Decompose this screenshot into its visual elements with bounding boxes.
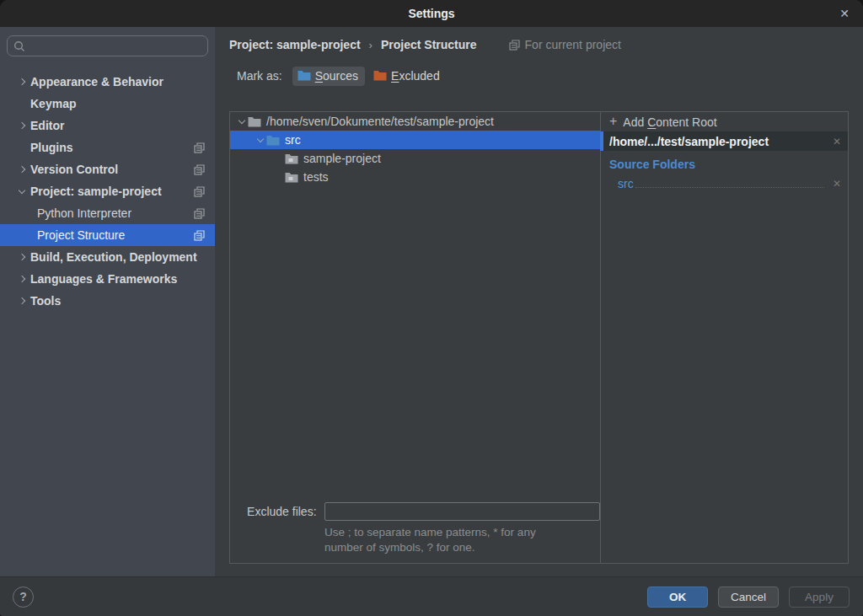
- titlebar: Settings ✕: [0, 0, 863, 27]
- search-icon: [13, 40, 25, 52]
- folder-gray-icon: [248, 116, 261, 127]
- tree-row-label: /home/sven/Dokumente/test/sample-project: [266, 115, 494, 128]
- chevron-right-icon[interactable]: [15, 298, 29, 303]
- sidebar-item-python-interpreter[interactable]: Python Interpreter: [0, 202, 215, 224]
- chevron-down-icon[interactable]: [235, 121, 248, 123]
- exclude-files-label: Exclude files:: [238, 505, 317, 518]
- breadcrumb: Project: sample-project › Project Struct…: [229, 32, 863, 57]
- tree-row-tests[interactable]: tests: [230, 168, 600, 186]
- sidebar-item-appearance-behavior[interactable]: Appearance & Behavior: [0, 71, 215, 93]
- sidebar-item-build-execution-deployment[interactable]: Build, Execution, Deployment: [0, 246, 215, 268]
- exclude-files-section: Exclude files: Use ; to separate name pa…: [230, 502, 600, 563]
- mark-as-toolbar: Mark as: Sources Excluded: [229, 61, 863, 91]
- ok-button[interactable]: OK: [647, 587, 708, 608]
- settings-nav: Appearance & BehaviorKeymapEditorPlugins…: [0, 71, 215, 312]
- sidebar-item-label: Version Control: [30, 163, 118, 176]
- sidebar-item-label: Keymap: [30, 97, 76, 110]
- apply-button[interactable]: Apply: [789, 587, 850, 608]
- sidebar-item-label: Python Interpreter: [37, 206, 131, 220]
- content-root-column: + Add Content Root /home/.../test/sample…: [601, 112, 848, 563]
- folder-blue-icon: [266, 135, 280, 146]
- folder-content-icon: [285, 153, 298, 164]
- sidebar-item-label: Languages & Frameworks: [30, 272, 177, 286]
- tree-row-src[interactable]: src: [230, 131, 600, 149]
- sidebar-item-label: Appearance & Behavior: [30, 75, 163, 88]
- settings-dialog: Settings ✕ Appearance & BehaviorKeymapEd…: [0, 0, 863, 616]
- folder-content-icon: [285, 172, 298, 183]
- content-tree-column: /home/sven/Dokumente/test/sample-project…: [230, 112, 601, 563]
- sidebar-item-editor[interactable]: Editor: [0, 115, 215, 137]
- sidebar-item-label: Editor: [30, 119, 64, 132]
- chevron-right-icon[interactable]: [15, 167, 29, 172]
- per-project-badge-icon: [194, 230, 205, 241]
- tree-row-home-sven-dokumente-test-sample-project[interactable]: /home/sven/Dokumente/test/sample-project: [230, 112, 600, 131]
- sidebar-item-label: Tools: [30, 294, 61, 308]
- breadcrumb-page: Project Structure: [381, 38, 477, 51]
- chevron-right-icon[interactable]: [15, 276, 29, 281]
- settings-sidebar: Appearance & BehaviorKeymapEditorPlugins…: [0, 27, 215, 576]
- chevron-right-icon[interactable]: [15, 79, 29, 84]
- content-root-tree: /home/sven/Dokumente/test/sample-project…: [230, 112, 600, 502]
- for-current-project-note: For current project: [509, 38, 621, 51]
- mark-as-label: Mark as:: [237, 69, 282, 83]
- settings-content: Project: sample-project › Project Struct…: [215, 27, 863, 576]
- close-icon[interactable]: ✕: [834, 0, 855, 27]
- source-folder-row[interactable]: src ✕: [601, 173, 848, 191]
- current-project-badge-icon: [509, 40, 520, 51]
- window-title: Settings: [408, 7, 454, 20]
- dialog-footer: ? OK Cancel Apply: [0, 576, 863, 616]
- source-folders-header: Source Folders: [609, 158, 848, 171]
- breadcrumb-project[interactable]: Project: sample-project: [229, 38, 361, 51]
- exclude-files-input[interactable]: [324, 502, 600, 521]
- sidebar-item-label: Project: sample-project: [30, 185, 162, 198]
- sidebar-item-label: Plugins: [30, 141, 73, 154]
- sidebar-item-label: Project Structure: [37, 228, 125, 242]
- chevron-right-icon[interactable]: [15, 123, 29, 128]
- per-project-badge-icon: [194, 164, 205, 175]
- breadcrumb-separator: ›: [369, 39, 373, 51]
- source-folder-name: src: [618, 177, 634, 191]
- per-project-badge-icon: [194, 208, 205, 219]
- chevron-down-icon[interactable]: [254, 139, 266, 142]
- sidebar-item-plugins[interactable]: Plugins: [0, 137, 215, 158]
- sidebar-item-version-control[interactable]: Version Control: [0, 158, 215, 180]
- sidebar-item-tools[interactable]: Tools: [0, 290, 215, 312]
- per-project-badge-icon: [194, 142, 205, 153]
- tree-row-label: tests: [303, 170, 329, 184]
- dotted-leader: [635, 187, 824, 188]
- tree-row-sample-project[interactable]: sample-project: [230, 149, 600, 168]
- sidebar-item-languages-frameworks[interactable]: Languages & Frameworks: [0, 268, 215, 290]
- dialog-body: Appearance & BehaviorKeymapEditorPlugins…: [0, 27, 863, 576]
- sidebar-item-project-sample-project[interactable]: Project: sample-project: [0, 180, 215, 202]
- add-content-root-button[interactable]: + Add Content Root: [601, 112, 848, 131]
- tree-row-label: src: [285, 133, 301, 147]
- plus-icon: +: [609, 115, 617, 128]
- content-root-row[interactable]: /home/.../test/sample-project ✕: [601, 131, 848, 151]
- cancel-button[interactable]: Cancel: [718, 587, 779, 608]
- help-button[interactable]: ?: [13, 587, 34, 608]
- per-project-badge-icon: [194, 186, 205, 197]
- sidebar-item-keymap[interactable]: Keymap: [0, 93, 215, 115]
- chevron-right-icon[interactable]: [15, 254, 29, 260]
- sidebar-item-project-structure[interactable]: Project Structure: [0, 224, 215, 246]
- mark-as-excluded-button[interactable]: Excluded: [368, 67, 447, 86]
- tree-row-label: sample-project: [303, 152, 381, 165]
- exclude-files-hint: Use ; to separate name patterns, * for a…: [324, 525, 600, 555]
- content-root-path: /home/.../test/sample-project: [609, 135, 826, 148]
- settings-search-input[interactable]: [7, 35, 208, 56]
- excluded-folder-icon: [373, 70, 387, 81]
- remove-content-root-icon[interactable]: ✕: [826, 136, 848, 147]
- sources-folder-icon: [297, 70, 311, 81]
- mark-as-sources-button[interactable]: Sources: [292, 67, 365, 86]
- chevron-down-icon[interactable]: [15, 190, 29, 193]
- project-structure-panel: /home/sven/Dokumente/test/sample-project…: [229, 111, 849, 564]
- remove-source-folder-icon[interactable]: ✕: [826, 178, 848, 191]
- sidebar-item-label: Build, Execution, Deployment: [30, 250, 197, 264]
